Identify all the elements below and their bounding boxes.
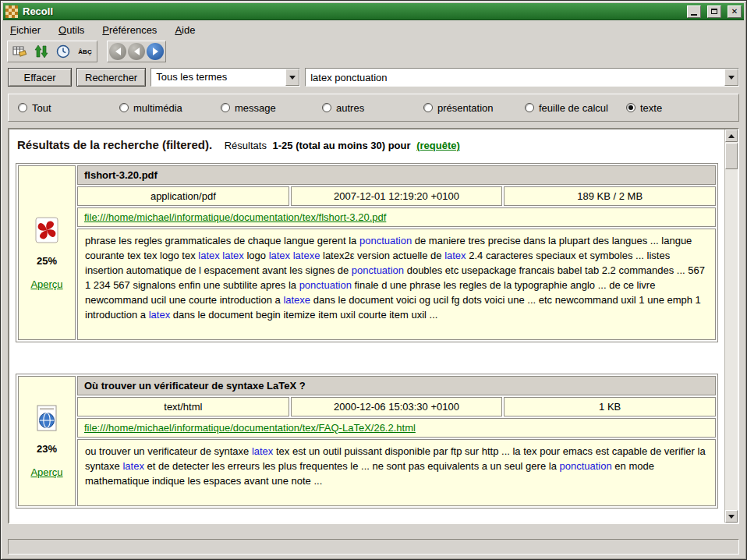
radio-icon xyxy=(525,103,534,112)
scroll-down-button[interactable] xyxy=(725,510,738,523)
search-row: Effacer Rechercher Tous les termes xyxy=(8,67,739,87)
arrow-right-icon xyxy=(153,48,158,55)
next-page-button[interactable] xyxy=(147,43,164,60)
menu-aide[interactable]: Aide xyxy=(175,24,195,36)
filter-multimedia[interactable]: multimédia xyxy=(119,102,221,114)
result-item: 25% Aperçu flshort-3.20.pdf application/… xyxy=(16,163,718,342)
minimize-icon xyxy=(691,14,697,16)
toolbar: ÂBÇ xyxy=(3,39,744,64)
query-combo[interactable] xyxy=(305,68,739,87)
filter-label: feuille de calcul xyxy=(539,102,608,114)
first-page-button[interactable] xyxy=(109,43,126,60)
results-header: Résultats de la recherche (filtered). Ré… xyxy=(17,138,718,151)
history-clock-icon[interactable] xyxy=(53,42,73,61)
radio-icon xyxy=(18,103,27,112)
filter-tout[interactable]: Tout xyxy=(18,102,119,114)
close-icon: ✕ xyxy=(731,8,738,16)
result-mime: text/html xyxy=(77,397,289,416)
app-icon xyxy=(5,5,18,18)
result-mime: application/pdf xyxy=(77,186,289,206)
result-title: flshort-3.20.pdf xyxy=(77,165,716,185)
results-title: Résultats de la recherche (filtered). xyxy=(17,138,212,151)
window-title: Recoll xyxy=(23,5,681,17)
menu-preferences[interactable]: Préférences xyxy=(102,24,157,36)
html-icon xyxy=(34,404,60,432)
menu-outils[interactable]: Outils xyxy=(58,24,84,36)
pdf-icon xyxy=(34,216,60,244)
filter-texte[interactable]: texte xyxy=(626,102,729,114)
maximize-button[interactable] xyxy=(707,5,721,18)
result-date: 2007-12-01 12:19:20 +0100 xyxy=(291,186,503,206)
radio-icon xyxy=(423,103,433,112)
clear-button[interactable]: Effacer xyxy=(8,68,72,87)
query-details-link[interactable]: (requête) xyxy=(416,140,460,151)
search-mode-value: Tous les termes xyxy=(151,69,285,86)
results-count: 1-25 (total au moins 30) pour xyxy=(273,140,411,151)
arrow-left-icon xyxy=(134,48,140,55)
sort-by-date-icon[interactable] xyxy=(31,42,51,61)
radio-icon xyxy=(221,103,230,112)
preview-link[interactable]: Aperçu xyxy=(30,466,62,478)
results-scrollbar[interactable] xyxy=(724,129,738,523)
chevron-down-icon[interactable] xyxy=(724,69,738,86)
filter-label: message xyxy=(235,102,276,114)
filter-presentation[interactable]: présentation xyxy=(423,102,525,114)
term-explorer-icon[interactable]: ÂBÇ xyxy=(75,42,95,61)
result-title: Où trouver un vérificateur de syntaxe La… xyxy=(77,376,716,395)
result-side-panel: 25% Aperçu xyxy=(18,165,76,340)
clear-search-icon[interactable] xyxy=(9,42,30,61)
results-list: Résultats de la recherche (filtered). Ré… xyxy=(9,129,724,523)
result-date: 2000-12-06 15:03:30 +0100 xyxy=(291,397,503,416)
result-item: 23% Aperçu Où trouver un vérificateur de… xyxy=(16,374,718,509)
preview-link[interactable]: Aperçu xyxy=(30,278,62,290)
search-mode-select[interactable]: Tous les termes xyxy=(150,68,300,87)
filter-label: texte xyxy=(640,102,662,114)
radio-icon xyxy=(119,103,129,112)
query-input[interactable] xyxy=(306,69,724,86)
filter-bar: Tout multimédia message autres présentat… xyxy=(8,94,739,122)
filter-label: multimédia xyxy=(133,102,182,114)
search-button[interactable]: Rechercher xyxy=(76,68,146,87)
title-bar[interactable]: Recoll ✕ xyxy=(3,3,744,20)
result-size: 189 KB / 2 MB xyxy=(504,186,716,206)
radio-icon xyxy=(626,103,635,112)
menu-bar: Fichier Outils Préférences Aide xyxy=(3,20,744,39)
window-spacer xyxy=(3,524,744,539)
filter-label: Tout xyxy=(32,102,51,114)
relevance-percent: 25% xyxy=(19,255,75,267)
arrow-left-icon xyxy=(115,48,121,55)
chevron-down-icon[interactable] xyxy=(285,69,299,86)
result-abstract: ou trouver un verificateur de syntaxe la… xyxy=(77,439,716,506)
results-count-prefix: Résultats xyxy=(225,140,267,151)
recoll-window: Recoll ✕ Fichier Outils Préférences Aide xyxy=(0,0,747,560)
status-bar xyxy=(8,539,739,555)
result-abstract: phrase les regles grammaticales de chaqu… xyxy=(77,229,716,340)
filter-label: autres xyxy=(336,102,364,114)
result-size: 1 KB xyxy=(504,397,716,416)
tool-group-navigation xyxy=(107,41,166,62)
maximize-icon xyxy=(711,9,717,14)
result-side-panel: 23% Aperçu xyxy=(18,376,76,506)
filter-label: présentation xyxy=(437,102,494,114)
filter-autres[interactable]: autres xyxy=(322,102,423,114)
close-button[interactable]: ✕ xyxy=(728,5,742,18)
result-url-link[interactable]: file:///home/michael/informatique/docume… xyxy=(84,211,386,223)
filter-feuille-de-calcul[interactable]: feuille de calcul xyxy=(525,102,626,114)
result-url-link[interactable]: file:///home/michael/informatique/docume… xyxy=(84,422,416,434)
relevance-percent: 23% xyxy=(19,443,75,455)
minimize-button[interactable] xyxy=(687,5,701,18)
tool-group-actions: ÂBÇ xyxy=(7,41,97,62)
menu-fichier[interactable]: Fichier xyxy=(10,24,41,36)
filter-message[interactable]: message xyxy=(221,102,322,114)
previous-page-button[interactable] xyxy=(128,43,145,60)
scroll-thumb[interactable] xyxy=(725,143,738,169)
radio-icon xyxy=(322,103,331,112)
scroll-up-button[interactable] xyxy=(725,129,738,142)
results-frame: Résultats de la recherche (filtered). Ré… xyxy=(8,128,739,524)
